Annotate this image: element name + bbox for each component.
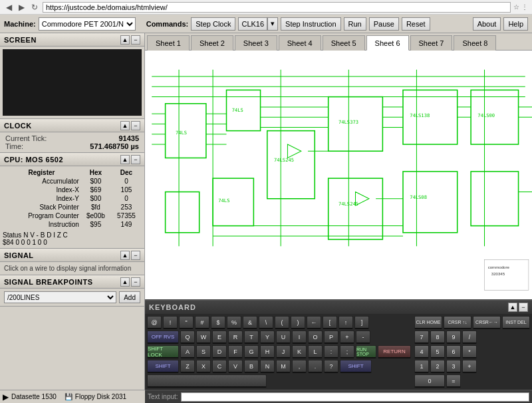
- key-lparen[interactable]: (: [275, 316, 289, 329]
- sheet-tab[interactable]: Sheet 2: [191, 35, 233, 51]
- key-dquote[interactable]: ": [179, 316, 194, 329]
- key-k[interactable]: K: [292, 345, 307, 358]
- key-6[interactable]: 6: [446, 345, 461, 358]
- key-shift-lock[interactable]: SHIFT LOCK: [147, 345, 179, 358]
- key-0[interactable]: 0: [414, 374, 445, 388]
- key-uparrow[interactable]: ↑: [338, 316, 353, 329]
- key-j[interactable]: J: [276, 345, 291, 358]
- key-question[interactable]: ?: [324, 360, 338, 373]
- key-o[interactable]: O: [308, 331, 323, 344]
- key-clr-home[interactable]: CLR HOME: [414, 316, 442, 329]
- key-i[interactable]: I: [292, 331, 307, 344]
- circuit-area[interactable]: 74LS 74LS 74LS245 74LS373 74LS245 74LS13…: [145, 51, 532, 299]
- key-dollar[interactable]: $: [211, 316, 225, 329]
- key-e[interactable]: E: [212, 331, 227, 344]
- key-lbracket[interactable]: [: [323, 316, 337, 329]
- key-run-stop[interactable]: RUN STOP: [356, 345, 376, 358]
- keyboard-collapse-btn[interactable]: ▲: [508, 303, 517, 312]
- sheet-tab[interactable]: Sheet 1: [147, 35, 190, 51]
- key-9[interactable]: 9: [446, 331, 461, 344]
- breakpoints-select[interactable]: /200LINES: [4, 291, 116, 303]
- key-larrow[interactable]: ←: [307, 316, 321, 329]
- key-rbracket[interactable]: ]: [354, 316, 369, 329]
- key-5[interactable]: 5: [430, 345, 445, 358]
- sheet-tab[interactable]: Sheet 4: [279, 35, 321, 51]
- key-asterisk[interactable]: *: [462, 345, 477, 358]
- sheet-tab[interactable]: Sheet 6: [366, 35, 409, 51]
- key-v[interactable]: V: [228, 360, 243, 373]
- key-y[interactable]: Y: [260, 331, 275, 344]
- pause-button[interactable]: Pause: [369, 17, 399, 31]
- reset-button[interactable]: Reset: [402, 17, 430, 31]
- step-clock-button[interactable]: Step Clock: [191, 17, 235, 31]
- key-crsr-lr[interactable]: CRSR←→: [473, 316, 501, 329]
- key-x[interactable]: X: [196, 360, 211, 373]
- key-excl[interactable]: !: [163, 316, 178, 329]
- key-amp[interactable]: &: [243, 316, 257, 329]
- key-r[interactable]: R: [228, 331, 243, 344]
- url-bar[interactable]: [43, 2, 511, 13]
- key-h[interactable]: H: [260, 345, 275, 358]
- about-button[interactable]: About: [473, 17, 501, 31]
- key-g[interactable]: G: [244, 345, 259, 358]
- sheet-tab[interactable]: Sheet 3: [235, 35, 277, 51]
- breakpoints-add-button[interactable]: Add: [119, 291, 140, 303]
- key-crsr-ud[interactable]: CRSR ↑↓: [444, 316, 471, 329]
- key-minus[interactable]: -: [356, 331, 370, 344]
- back-button[interactable]: ◀: [4, 2, 14, 13]
- key-equals[interactable]: =: [446, 374, 461, 388]
- key-colon[interactable]: :: [324, 345, 338, 358]
- run-button[interactable]: Run: [344, 17, 366, 31]
- clk16-dropdown[interactable]: ▾: [267, 17, 278, 31]
- machine-select[interactable]: Commodore PET 2001/N: [39, 17, 136, 31]
- key-comma[interactable]: ,: [292, 360, 307, 373]
- refresh-button[interactable]: ↻: [29, 2, 40, 13]
- key-3[interactable]: 3: [446, 360, 461, 373]
- step-instruction-button[interactable]: Step Instruction: [281, 17, 340, 31]
- key-m[interactable]: M: [276, 360, 291, 373]
- key-rparen[interactable]: ): [291, 316, 305, 329]
- clock-minus-btn[interactable]: −: [131, 121, 140, 130]
- key-n[interactable]: N: [260, 360, 275, 373]
- key-4[interactable]: 4: [414, 345, 429, 358]
- sheet-tab[interactable]: Sheet 5: [323, 35, 365, 51]
- text-input-field[interactable]: [181, 392, 529, 402]
- key-shift-left[interactable]: SHIFT: [147, 360, 179, 373]
- screen-collapse-btn[interactable]: ▲: [120, 35, 130, 45]
- key-s[interactable]: S: [196, 345, 211, 358]
- signal-minus-btn[interactable]: −: [131, 251, 140, 260]
- key-u[interactable]: U: [276, 331, 291, 344]
- key-q[interactable]: Q: [180, 331, 195, 344]
- help-button[interactable]: Help: [503, 17, 528, 31]
- key-at[interactable]: @: [147, 316, 162, 329]
- key-numpad-plus[interactable]: +: [462, 360, 477, 373]
- key-backslash[interactable]: \: [259, 316, 273, 329]
- key-semicolon[interactable]: ;: [340, 345, 354, 358]
- cpu-collapse-btn[interactable]: ▲: [120, 155, 130, 164]
- key-b[interactable]: B: [244, 360, 259, 373]
- keyboard-minus-btn[interactable]: −: [519, 303, 528, 312]
- forward-button[interactable]: ▶: [17, 2, 27, 13]
- key-f[interactable]: F: [228, 345, 243, 358]
- key-z[interactable]: Z: [180, 360, 195, 373]
- key-1[interactable]: 1: [414, 360, 429, 373]
- key-period[interactable]: .: [308, 360, 323, 373]
- key-t[interactable]: T: [244, 331, 259, 344]
- key-hash[interactable]: #: [195, 316, 209, 329]
- key-p[interactable]: P: [324, 331, 338, 344]
- key-shift-right[interactable]: SHIFT: [340, 360, 372, 373]
- signal-collapse-btn[interactable]: ▲: [120, 251, 130, 260]
- sheet-tab[interactable]: Sheet 8: [454, 35, 496, 51]
- key-a[interactable]: A: [180, 345, 195, 358]
- screen-minus-btn[interactable]: −: [131, 35, 140, 45]
- key-2[interactable]: 2: [430, 360, 445, 373]
- key-space[interactable]: [147, 374, 267, 388]
- key-plus[interactable]: +: [340, 331, 354, 344]
- key-w[interactable]: W: [196, 331, 211, 344]
- key-off-rvs[interactable]: OFF RVS: [147, 331, 179, 344]
- key-slash[interactable]: /: [462, 331, 477, 344]
- key-8[interactable]: 8: [430, 331, 445, 344]
- key-7[interactable]: 7: [414, 331, 429, 344]
- key-inst-del[interactable]: INST DEL: [502, 316, 530, 329]
- key-d[interactable]: D: [212, 345, 227, 358]
